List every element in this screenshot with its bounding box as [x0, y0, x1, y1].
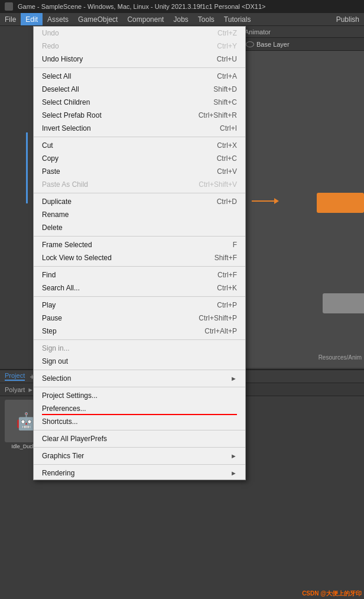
menu-item-shortcut: Ctrl+Shift+P	[199, 314, 237, 322]
animator-tab-label: Animator	[245, 28, 271, 35]
title-bar: Game - SampleScene - Windows, Mac, Linux…	[0, 0, 364, 13]
menu-item-label: Select Children	[42, 98, 202, 106]
animator-panel: Animator Base Layer Resources/Anim	[239, 26, 364, 369]
menu-item-lock-view[interactable]: Lock View to Selected Shift+F	[34, 251, 245, 264]
menu-item-play[interactable]: Play Ctrl+P	[34, 299, 245, 312]
menu-item-rendering[interactable]: Rendering ►	[34, 467, 245, 480]
menu-item-find[interactable]: Find Ctrl+F	[34, 268, 245, 281]
menu-item-shortcut: Ctrl+Shift+R	[199, 111, 237, 119]
menu-item-label: Delete	[42, 224, 225, 232]
menu-item-label: Sign in...	[42, 344, 225, 352]
menu-item-shortcut: Ctrl+Shift+V	[199, 180, 237, 189]
menu-item-selection[interactable]: Selection ►	[34, 372, 245, 385]
menu-item-label: Pause	[42, 314, 187, 322]
menu-gameobject[interactable]: GameObject	[73, 13, 122, 25]
state-box-gray[interactable]	[323, 293, 364, 313]
watermark: CSDN @大便上的牙印	[302, 590, 362, 598]
menu-file[interactable]: File	[0, 13, 21, 25]
menu-item-duplicate[interactable]: Duplicate Ctrl+D	[34, 195, 245, 208]
menu-item-graphics-tier[interactable]: Graphics Tier ►	[34, 449, 245, 462]
menu-item-shortcut: Shift+C	[213, 98, 237, 106]
menu-item-invert-selection[interactable]: Invert Selection Ctrl+I	[34, 122, 245, 135]
menu-item-shortcut: Ctrl+Z	[217, 29, 237, 37]
menu-item-label: Deselect All	[42, 85, 202, 93]
menu-item-preferences[interactable]: Preferences...	[34, 402, 245, 415]
menu-item-paste[interactable]: Paste Ctrl+V	[34, 165, 245, 178]
menu-item-shortcut: Shift+F	[214, 254, 237, 262]
menu-item-rename[interactable]: Rename	[34, 208, 245, 221]
menu-item-label: Preferences...	[42, 404, 237, 413]
menu-separator	[34, 430, 245, 430]
state-box-orange[interactable]	[317, 193, 364, 213]
menu-item-project-settings[interactable]: Project Settings...	[34, 389, 245, 402]
menu-item-pause[interactable]: Pause Ctrl+Shift+P	[34, 312, 245, 325]
menu-item-redo[interactable]: Redo Ctrl+Y	[34, 40, 245, 53]
menu-item-select-prefab-root[interactable]: Select Prefab Root Ctrl+Shift+R	[34, 109, 245, 122]
menu-separator	[34, 236, 245, 237]
menu-item-label: Frame Selected	[42, 241, 221, 249]
window-title: Game - SampleScene - Windows, Mac, Linux…	[18, 3, 265, 10]
breadcrumb-root[interactable]: Polyart	[5, 386, 25, 393]
menu-item-delete[interactable]: Delete	[34, 221, 245, 234]
animator-tab[interactable]: Animator	[240, 26, 364, 38]
menu-item-select-children[interactable]: Select Children Shift+C	[34, 96, 245, 109]
menu-item-shortcut: Ctrl+U	[217, 55, 237, 63]
menu-assets[interactable]: Assets	[43, 13, 73, 25]
animator-toolbar: Base Layer	[240, 38, 364, 51]
menu-item-sign-out[interactable]: Sign out	[34, 355, 245, 368]
menu-item-undo[interactable]: Undo Ctrl+Z	[34, 27, 245, 40]
menu-separator	[34, 339, 245, 340]
menu-item-search-all[interactable]: Search All... Ctrl+K	[34, 281, 245, 294]
menu-item-shortcut: Ctrl+X	[217, 141, 237, 150]
menu-item-sign-in[interactable]: Sign in...	[34, 342, 245, 355]
menu-item-label: Selection	[42, 374, 226, 383]
menu-item-deselect-all[interactable]: Deselect All Shift+D	[34, 83, 245, 96]
menu-item-label: Rendering	[42, 469, 226, 477]
submenu-arrow-icon: ►	[230, 470, 237, 477]
menu-item-shortcuts[interactable]: Shortcuts...	[34, 415, 245, 428]
menu-item-shortcut: Ctrl+I	[220, 124, 237, 132]
base-layer-button[interactable]: Base Layer	[242, 40, 293, 49]
menu-item-shortcut: Ctrl+C	[217, 154, 237, 163]
menu-item-shortcut: Ctrl+Y	[217, 42, 237, 50]
menu-item-label: Paste	[42, 167, 205, 176]
menu-tutorials[interactable]: Tutorials	[219, 13, 256, 25]
menu-item-shortcut: Ctrl+A	[217, 72, 237, 80]
hierarchy-selection-indicator	[26, 132, 28, 203]
menu-separator	[34, 193, 245, 193]
project-tab-label: Project	[5, 372, 25, 381]
menu-item-label: Play	[42, 301, 205, 309]
menu-item-label: Copy	[42, 154, 205, 163]
animator-canvas[interactable]: Resources/Anim	[240, 51, 364, 368]
menu-item-frame-selected[interactable]: Frame Selected F	[34, 238, 245, 251]
menu-item-label: Step	[42, 327, 193, 335]
menu-item-undo-history[interactable]: Undo History Ctrl+U	[34, 53, 245, 66]
menu-item-label: Select All	[42, 72, 205, 80]
menu-item-clear-playerprefs[interactable]: Clear All PlayerPrefs	[34, 432, 245, 445]
menu-edit[interactable]: Edit	[21, 13, 43, 25]
menu-item-label: Sign out	[42, 357, 225, 365]
menu-tools[interactable]: Tools	[193, 13, 219, 25]
menu-publish[interactable]: Publish	[332, 13, 364, 25]
menu-jobs[interactable]: Jobs	[168, 13, 193, 25]
menu-item-label: Undo	[42, 29, 206, 37]
menu-item-shortcut: Shift+D	[213, 85, 237, 93]
menu-item-label: Lock View to Selected	[42, 254, 203, 262]
menu-component[interactable]: Component	[122, 13, 168, 25]
menu-separator	[34, 67, 245, 68]
menu-item-label: Find	[42, 271, 206, 279]
menu-item-copy[interactable]: Copy Ctrl+C	[34, 152, 245, 165]
menu-item-shortcut: F	[233, 241, 237, 249]
menu-separator	[34, 387, 245, 387]
menu-item-label: Paste As Child	[42, 180, 187, 189]
menu-item-label: Cut	[42, 141, 205, 150]
menu-item-label: Shortcuts...	[42, 417, 237, 426]
edit-dropdown-menu: Undo Ctrl+Z Redo Ctrl+Y Undo History Ctr…	[33, 26, 246, 480]
menu-item-step[interactable]: Step Ctrl+Alt+P	[34, 325, 245, 338]
menu-separator	[34, 266, 245, 267]
menu-item-select-all[interactable]: Select All Ctrl+A	[34, 70, 245, 83]
menu-item-paste-as-child[interactable]: Paste As Child Ctrl+Shift+V	[34, 178, 245, 191]
menu-item-cut[interactable]: Cut Ctrl+X	[34, 139, 245, 152]
menu-item-shortcut: Ctrl+P	[217, 301, 237, 309]
menu-item-shortcut: Ctrl+V	[217, 167, 237, 176]
